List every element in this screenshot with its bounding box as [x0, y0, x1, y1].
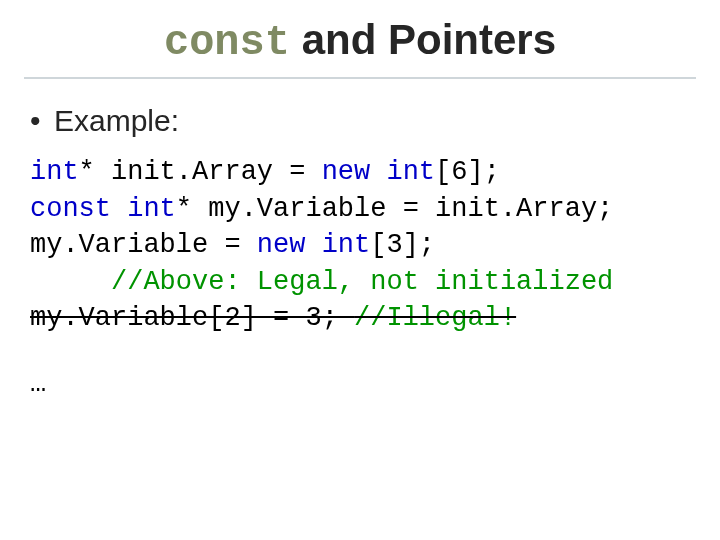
- slide-body: Example: int* init.Array = new int[6]; c…: [24, 97, 696, 403]
- code-comment: //Above: Legal, not initialized: [111, 267, 613, 297]
- slide-title: const and Pointers: [24, 16, 696, 67]
- ellipsis: …: [30, 366, 696, 402]
- slide: const and Pointers Example: int* init.Ar…: [0, 0, 720, 540]
- code-line-3: my.Variable = new int[3];: [30, 230, 435, 260]
- keyword-int: int: [30, 157, 79, 187]
- code-text: * my.Variable = init.Array;: [176, 194, 613, 224]
- title-keyword: const: [164, 19, 290, 67]
- code-indent: [30, 267, 111, 297]
- code-line-4: //Above: Legal, not initialized: [30, 267, 613, 297]
- title-underline: [24, 77, 696, 79]
- keyword-new: new: [257, 230, 306, 260]
- bullet-list: Example:: [28, 101, 696, 140]
- keyword-int: int: [386, 157, 435, 187]
- code-comment: //Illegal!: [354, 303, 516, 333]
- title-rest: and Pointers: [290, 16, 556, 63]
- code-line-1: int* init.Array = new int[6];: [30, 157, 500, 187]
- code-text: my.Variable[2] = 3;: [30, 303, 354, 333]
- code-text: [370, 157, 386, 187]
- code-line-5-strikethrough: my.Variable[2] = 3; //Illegal!: [30, 303, 516, 333]
- code-text: [6];: [435, 157, 500, 187]
- bullet-item: Example:: [28, 101, 696, 140]
- keyword-new: new: [322, 157, 371, 187]
- code-text: my.Variable =: [30, 230, 257, 260]
- bullet-text: Example:: [54, 104, 179, 137]
- keyword-int: int: [127, 194, 176, 224]
- code-text: [111, 194, 127, 224]
- code-block: int* init.Array = new int[6]; const int*…: [30, 154, 696, 336]
- code-text: [305, 230, 321, 260]
- keyword-int: int: [322, 230, 371, 260]
- code-text: * init.Array =: [79, 157, 322, 187]
- keyword-const: const: [30, 194, 111, 224]
- code-line-2: const int* my.Variable = init.Array;: [30, 194, 613, 224]
- code-text: [3];: [370, 230, 435, 260]
